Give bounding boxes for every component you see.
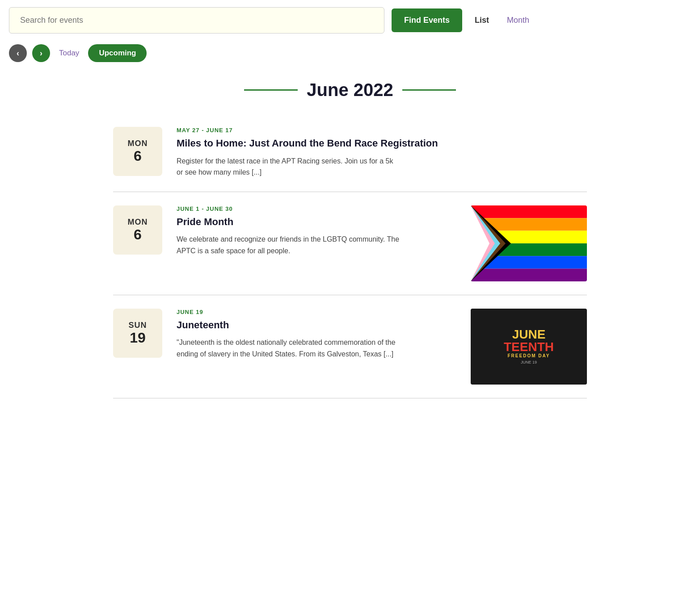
- date-badge: MON 6: [113, 205, 162, 255]
- juneteenth-freedom-day-label: FREEDOM DAY: [504, 353, 554, 358]
- day-name: MON: [128, 218, 148, 227]
- date-badge: MON 6: [113, 127, 162, 176]
- event-title[interactable]: Juneteenth: [177, 319, 456, 332]
- navigation-row: ‹ › Today Upcoming: [0, 41, 700, 71]
- juneteenth-teenth-label: TEENTH: [504, 341, 554, 353]
- svg-rect-5: [471, 268, 587, 281]
- svg-rect-0: [471, 205, 587, 218]
- day-name: SUN: [128, 321, 147, 330]
- event-date-range: MAY 27 - JUNE 17: [177, 127, 587, 134]
- month-heading: June 2022: [307, 80, 393, 100]
- find-events-button[interactable]: Find Events: [392, 8, 462, 32]
- event-description: Register for the latest race in the APT …: [177, 155, 400, 178]
- today-button[interactable]: Today: [55, 47, 83, 59]
- event-description: "Juneteenth is the oldest nationally cel…: [177, 337, 400, 360]
- date-badge: SUN 19: [113, 309, 162, 358]
- day-number: 19: [130, 330, 146, 346]
- day-number: 6: [134, 148, 142, 164]
- event-content: JUNE 19 Juneteenth "Juneteenth is the ol…: [177, 309, 456, 360]
- header: Find Events List Month: [0, 0, 700, 41]
- event-content: JUNE 1 - JUNE 30 Pride Month We celebrat…: [177, 205, 456, 257]
- event-content: MAY 27 - JUNE 17 Miles to Home: Just Aro…: [177, 127, 587, 178]
- table-row: SUN 19 JUNE 19 Juneteenth "Juneteenth is…: [113, 295, 587, 398]
- juneteenth-june-label: JUNE: [504, 328, 554, 341]
- month-heading-container: June 2022: [0, 80, 700, 100]
- month-view-button[interactable]: Month: [502, 12, 535, 29]
- day-name: MON: [128, 139, 148, 148]
- juneteenth-date-sub: JUNE 19: [504, 360, 554, 364]
- juneteenth-text-block: JUNE TEENTH FREEDOM DAY JUNE 19: [504, 328, 554, 364]
- event-date-range: JUNE 1 - JUNE 30: [177, 205, 456, 212]
- event-description: We celebrate and recognize our friends i…: [177, 234, 400, 256]
- juneteenth-image: JUNE TEENTH FREEDOM DAY JUNE 19: [471, 309, 587, 385]
- event-date-range: JUNE 19: [177, 309, 456, 315]
- pride-flag-image: [471, 205, 587, 281]
- list-view-button[interactable]: List: [469, 12, 494, 29]
- heading-line-right: [402, 89, 456, 91]
- table-row: MON 6 MAY 27 - JUNE 17 Miles to Home: Ju…: [113, 113, 587, 192]
- heading-line-left: [244, 89, 298, 91]
- event-title[interactable]: Miles to Home: Just Around the Bend Race…: [177, 137, 587, 150]
- search-input[interactable]: [9, 7, 384, 33]
- events-list: MON 6 MAY 27 - JUNE 17 Miles to Home: Ju…: [95, 113, 605, 398]
- event-title[interactable]: Pride Month: [177, 216, 456, 229]
- table-row: MON 6 JUNE 1 - JUNE 30 Pride Month We ce…: [113, 192, 587, 295]
- upcoming-button[interactable]: Upcoming: [88, 44, 147, 62]
- next-arrow-button[interactable]: ›: [32, 44, 50, 62]
- prev-arrow-button[interactable]: ‹: [9, 44, 27, 62]
- day-number: 6: [134, 227, 142, 243]
